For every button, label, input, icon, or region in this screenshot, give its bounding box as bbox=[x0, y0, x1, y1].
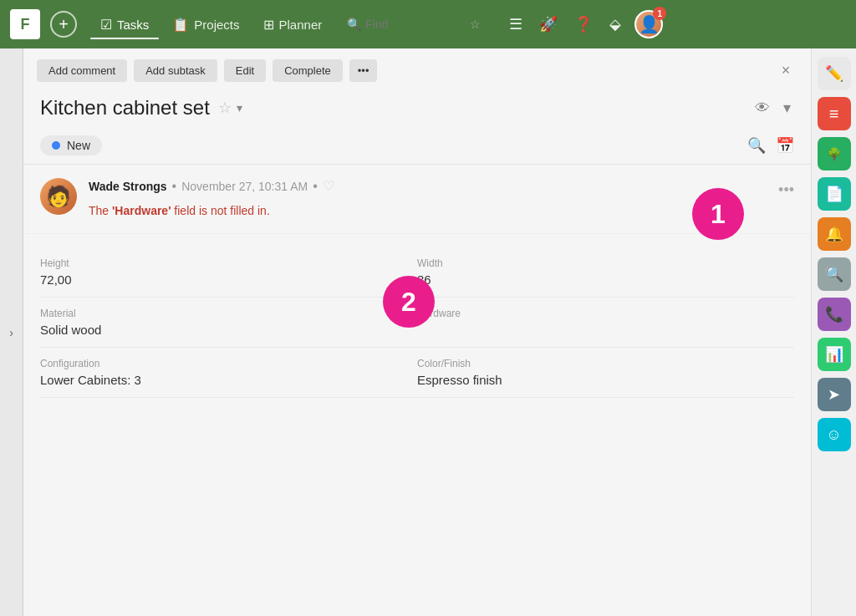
layers-icon[interactable]: ⬙ bbox=[606, 12, 624, 37]
field-color-finish: Color/Finish Espresso finish bbox=[417, 348, 794, 398]
comment-separator: • bbox=[172, 179, 177, 194]
field-color-finish-value: Espresso finish bbox=[417, 373, 794, 387]
sidebar-phone-btn[interactable]: 📞 bbox=[818, 298, 851, 331]
content-area: Add comment Add subtask Edit Complete ••… bbox=[23, 48, 811, 616]
help-icon[interactable]: ❓ bbox=[571, 12, 596, 37]
task-title-icons: ☆ ▾ bbox=[218, 99, 242, 117]
field-material-label: Material bbox=[40, 308, 417, 319]
status-dot bbox=[52, 141, 60, 150]
task-header-right: 👁 ▾ bbox=[752, 95, 794, 120]
comment-body: Wade Strongs • November 27, 10:31 AM • ♡… bbox=[89, 178, 794, 220]
planner-icon: ⊞ bbox=[263, 17, 274, 33]
sidebar-tree-btn[interactable]: 🌳 bbox=[818, 137, 851, 171]
field-width-label: Width bbox=[417, 257, 794, 269]
comment-avatar: 🧑 bbox=[40, 178, 77, 215]
task-title-wrap: Kitchen cabinet set ☆ ▾ bbox=[40, 96, 242, 120]
field-material: Material Solid wood bbox=[40, 298, 417, 348]
comment-timestamp: November 27, 10:31 AM bbox=[181, 180, 308, 193]
comment-more-button[interactable]: ••• bbox=[778, 181, 794, 199]
user-avatar-wrap[interactable]: 👤 1 bbox=[634, 10, 663, 38]
comment-section: 🧑 Wade Strongs • November 27, 10:31 AM •… bbox=[23, 165, 811, 234]
add-comment-button[interactable]: Add comment bbox=[37, 59, 127, 82]
menu-icon[interactable]: ☰ bbox=[506, 12, 526, 37]
fields-section: 2 Height 72,00 Width 36 Material Solid w… bbox=[23, 234, 811, 411]
star-icon[interactable]: ☆ bbox=[218, 99, 232, 117]
tab-planner[interactable]: ⊞ Planner bbox=[253, 12, 333, 38]
edit-button[interactable]: Edit bbox=[224, 59, 266, 82]
field-height-label: Height bbox=[40, 257, 417, 269]
calendar-icon[interactable]: 📅 bbox=[776, 136, 794, 155]
sidebar-face-btn[interactable]: ☺ bbox=[818, 418, 851, 451]
sidebar-edit-btn[interactable]: ✏️ bbox=[818, 57, 851, 90]
badge-circle-1: 1 bbox=[692, 188, 744, 240]
tab-tasks[interactable]: ☑ Tasks bbox=[90, 12, 159, 38]
comment-meta: Wade Strongs • November 27, 10:31 AM • ♡ bbox=[89, 178, 794, 194]
chevron-right-icon: › bbox=[9, 326, 13, 339]
favorite-icon[interactable]: ☆ bbox=[470, 18, 481, 31]
task-title: Kitchen cabinet set bbox=[40, 96, 210, 120]
logo[interactable]: F bbox=[10, 9, 40, 39]
sidebar-list-btn[interactable]: ≡ bbox=[818, 97, 851, 130]
dropdown-icon[interactable]: ▾ bbox=[780, 95, 794, 120]
comment-author: Wade Strongs bbox=[89, 180, 167, 193]
close-button[interactable]: × bbox=[774, 59, 797, 82]
main-layout: › Add comment Add subtask Edit Complete … bbox=[0, 48, 856, 616]
field-height-value: 72,00 bbox=[40, 272, 417, 287]
add-button[interactable]: + bbox=[50, 11, 77, 38]
warning-message: The 'Hardware' field is not filled in. bbox=[89, 202, 794, 220]
projects-icon: 📋 bbox=[172, 17, 189, 33]
status-right-icons: 🔍 📅 bbox=[747, 136, 794, 155]
sidebar-search-btn[interactable]: 🔍 bbox=[818, 257, 851, 291]
search-input[interactable] bbox=[339, 13, 489, 36]
field-configuration-label: Configuration bbox=[40, 358, 417, 369]
status-row: New 🔍 📅 bbox=[23, 130, 811, 165]
task-toolbar: Add comment Add subtask Edit Complete ••… bbox=[23, 48, 811, 92]
search-icon: 🔍 bbox=[347, 18, 361, 31]
field-configuration: Configuration Lower Cabinets: 3 bbox=[40, 348, 417, 398]
search-wrap: 🔍 ☆ bbox=[339, 13, 489, 36]
complete-button[interactable]: Complete bbox=[273, 59, 343, 82]
nav-right-icons: ☰ 🚀 ❓ ⬙ 👤 1 bbox=[506, 10, 663, 38]
tab-projects[interactable]: 📋 Projects bbox=[162, 12, 249, 38]
like-icon[interactable]: ♡ bbox=[323, 178, 334, 194]
sidebar-chart-btn[interactable]: 📊 bbox=[818, 338, 851, 371]
field-height: Height 72,00 bbox=[40, 247, 417, 298]
badge-circle-2: 2 bbox=[383, 276, 435, 328]
status-badge[interactable]: New bbox=[40, 135, 102, 155]
more-options-button[interactable]: ••• bbox=[349, 59, 378, 82]
rocket-icon[interactable]: 🚀 bbox=[536, 12, 561, 37]
field-material-value: Solid wood bbox=[40, 323, 417, 337]
field-width-value: 36 bbox=[417, 272, 794, 287]
task-panel: Add comment Add subtask Edit Complete ••… bbox=[23, 48, 811, 411]
tasks-icon: ☑ bbox=[100, 17, 112, 33]
sidebar-bell-btn[interactable]: 🔔 bbox=[818, 217, 851, 251]
search-task-icon[interactable]: 🔍 bbox=[747, 136, 766, 155]
right-sidebar: ✏️ ≡ 🌳 📄 🔔 🔍 📞 📊 ➤ ☺ bbox=[811, 48, 856, 616]
field-color-finish-label: Color/Finish bbox=[417, 358, 794, 369]
top-navigation: F + ☑ Tasks 📋 Projects ⊞ Planner 🔍 ☆ ☰ 🚀… bbox=[0, 0, 856, 48]
notification-badge: 1 bbox=[653, 7, 666, 20]
add-subtask-button[interactable]: Add subtask bbox=[134, 59, 217, 82]
field-width: Width 36 bbox=[417, 247, 794, 298]
nav-tabs: ☑ Tasks 📋 Projects ⊞ Planner bbox=[90, 12, 332, 38]
comment-separator2: • bbox=[313, 179, 318, 194]
sidebar-pages-btn[interactable]: 📄 bbox=[818, 177, 851, 211]
sidebar-send-btn[interactable]: ➤ bbox=[818, 378, 851, 411]
field-hardware: Hardware bbox=[417, 298, 794, 348]
field-configuration-value: Lower Cabinets: 3 bbox=[40, 373, 417, 387]
logo-text: F bbox=[21, 16, 30, 33]
status-label: New bbox=[67, 139, 90, 152]
task-header: Kitchen cabinet set ☆ ▾ 👁 ▾ bbox=[23, 92, 811, 130]
field-hardware-label: Hardware bbox=[417, 308, 794, 319]
eye-icon[interactable]: 👁 bbox=[752, 96, 773, 120]
sidebar-toggle[interactable]: › bbox=[0, 48, 23, 616]
dropdown-arrow-icon[interactable]: ▾ bbox=[237, 101, 242, 115]
